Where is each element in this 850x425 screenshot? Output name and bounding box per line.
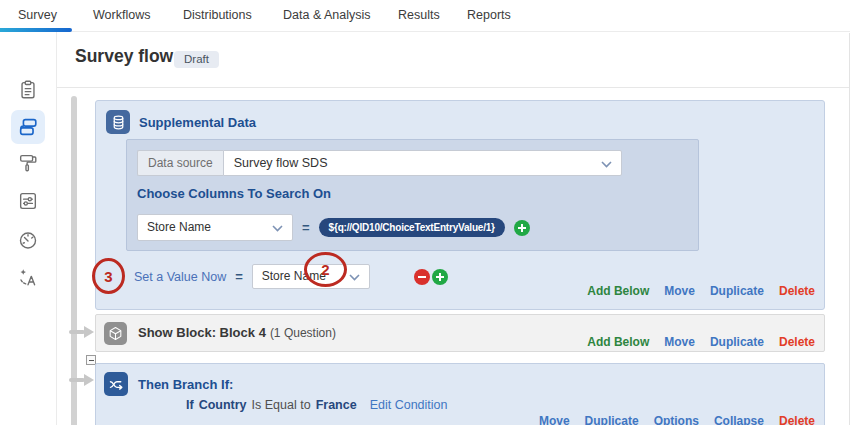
supplemental-data-title: Supplemental Data	[139, 115, 256, 130]
annotation-number: 3	[104, 268, 112, 285]
branch-actions: Move Duplicate Options Collapse Delete	[539, 414, 815, 425]
delete-link[interactable]: Delete	[779, 335, 815, 349]
condition-if: If	[186, 398, 194, 412]
flow-icon	[17, 116, 39, 138]
supplemental-data-block: Supplemental Data Data source Survey flo…	[95, 100, 825, 310]
show-block-subtitle: (1 Question)	[270, 326, 336, 340]
move-link[interactable]: Move	[664, 284, 695, 298]
column-select-value: Store Name	[147, 220, 211, 234]
condition-value: France	[316, 398, 357, 412]
column-select[interactable]: Store Name	[137, 214, 293, 241]
move-link[interactable]: Move	[664, 335, 695, 349]
translate-icon	[17, 266, 39, 288]
branch-title: Then Branch If:	[138, 377, 233, 392]
status-badge: Draft	[174, 51, 219, 68]
chevron-down-icon	[601, 161, 612, 168]
duplicate-link[interactable]: Duplicate	[710, 335, 764, 349]
database-icon	[106, 110, 130, 134]
add-below-link[interactable]: Add Below	[587, 335, 649, 349]
add-value-icon[interactable]	[432, 269, 448, 285]
data-source-value: Survey flow SDS	[234, 156, 328, 170]
tab-distributions[interactable]: Distributions	[183, 8, 252, 22]
sidebar-item-translations[interactable]	[11, 260, 45, 294]
set-value-row: Set a Value Now = Store Name	[134, 264, 448, 289]
piped-text-value[interactable]: ${q://QID10/ChoiceTextEntryValue/1}	[319, 218, 505, 237]
gauge-icon	[17, 229, 39, 251]
supplemental-inner-panel: Data source Survey flow SDS Choose Colum…	[126, 139, 699, 251]
remove-value-icon[interactable]	[414, 269, 430, 285]
tab-workflows[interactable]: Workflows	[93, 8, 150, 22]
branch-block: Then Branch If: If Country Is Equal to F…	[95, 363, 825, 425]
clipboard-icon	[17, 79, 39, 101]
sidebar-item-expert-review[interactable]	[11, 223, 45, 257]
chevron-down-icon	[272, 225, 283, 232]
flow-arrow-icon	[69, 372, 95, 388]
page-title: Survey flow	[75, 46, 173, 67]
block-cube-icon	[104, 322, 127, 345]
top-nav: Survey Workflows Distributions Data & An…	[0, 0, 850, 32]
sidebar-item-survey-builder[interactable]	[11, 73, 45, 107]
delete-link[interactable]: Delete	[779, 414, 815, 425]
duplicate-link[interactable]: Duplicate	[710, 284, 764, 298]
annotation-circle-3: 3	[92, 258, 125, 294]
tab-reports[interactable]: Reports	[467, 8, 511, 22]
column-match-row: Store Name = ${q://QID10/ChoiceTextEntry…	[137, 214, 530, 241]
header-divider	[57, 87, 850, 88]
move-link[interactable]: Move	[539, 414, 570, 425]
show-block-actions: Add Below Move Duplicate Delete	[587, 335, 815, 349]
branch-icon	[104, 372, 128, 396]
options-link[interactable]: Options	[654, 414, 699, 425]
add-below-link[interactable]: Add Below	[587, 284, 649, 298]
qualtrics-survey-flow-screen: Survey Workflows Distributions Data & An…	[0, 0, 850, 425]
sidebar-item-survey-flow[interactable]	[11, 110, 45, 144]
duplicate-link[interactable]: Duplicate	[585, 414, 639, 425]
edit-condition-link[interactable]: Edit Condition	[370, 398, 448, 412]
show-block: Show Block: Block 4(1 Question) Add Belo…	[95, 314, 825, 352]
left-sidebar	[0, 32, 57, 425]
equals-sign: =	[302, 220, 310, 235]
choose-columns-heading: Choose Columns To Search On	[137, 186, 331, 201]
sidebar-item-survey-options[interactable]	[11, 184, 45, 218]
tab-results[interactable]: Results	[398, 8, 440, 22]
set-value-now-link[interactable]: Set a Value Now	[134, 270, 226, 284]
annotation-circle-2: 2	[304, 252, 347, 287]
sidebar-item-look-and-feel[interactable]	[11, 146, 45, 180]
paint-roller-icon	[17, 152, 39, 174]
tab-data-analysis[interactable]: Data & Analysis	[283, 8, 371, 22]
data-source-row: Data source Survey flow SDS	[137, 150, 622, 176]
supplemental-actions: Add Below Move Duplicate Delete	[587, 284, 815, 298]
annotation-number: 2	[321, 261, 329, 278]
show-block-title: Show Block: Block 4(1 Question)	[138, 325, 336, 340]
data-source-label: Data source	[137, 150, 223, 176]
condition-operator: Is Equal to	[252, 398, 311, 412]
flow-arrow-icon	[69, 324, 95, 340]
tab-survey[interactable]: Survey	[18, 8, 57, 22]
data-source-select[interactable]: Survey flow SDS	[223, 150, 622, 176]
add-column-icon[interactable]	[514, 220, 530, 236]
chevron-down-icon	[349, 274, 360, 281]
sliders-icon	[17, 190, 39, 212]
condition-field: Country	[199, 398, 247, 412]
collapse-link[interactable]: Collapse	[714, 414, 764, 425]
show-block-title-text: Show Block: Block 4	[138, 325, 266, 340]
equals-sign: =	[235, 269, 243, 284]
branch-condition: If Country Is Equal to France Edit Condi…	[186, 398, 447, 412]
delete-link[interactable]: Delete	[779, 284, 815, 298]
